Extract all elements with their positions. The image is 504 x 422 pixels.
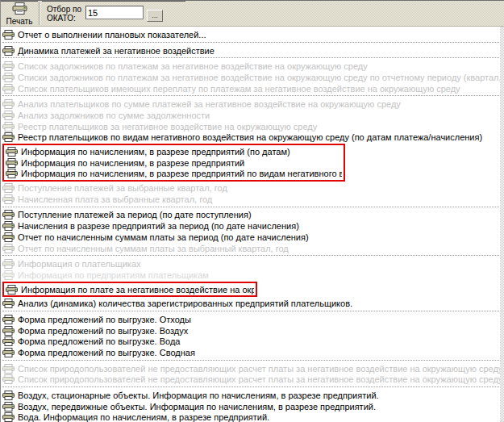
- printer-icon: [2, 122, 15, 132]
- report-item-label: Информация по начислениям, в разрезе пре…: [21, 169, 342, 178]
- report-item-label: Воздух, передвижные объекты. Информация …: [18, 402, 376, 412]
- report-item-label: Начисления в разрезе предприятий за пери…: [18, 221, 299, 231]
- printer-icon: [2, 99, 15, 109]
- highlight-box: Информация по начислениям, в разрезе пре…: [2, 144, 345, 182]
- report-item-label: Анализ плательщиков по сумме платежей за…: [18, 99, 401, 109]
- printer-icon: [2, 73, 15, 82]
- report-item: Список природопользователей не предостав…: [2, 363, 504, 374]
- report-item[interactable]: Начисления в разрезе предприятий за пери…: [2, 220, 504, 232]
- report-item[interactable]: Форма предложений по выгрузке. Вода: [2, 336, 504, 348]
- okato-filter-panel: Отбор по ОКАТО: ...: [42, 1, 185, 26]
- report-item: Анализ задолжников по сумме задолженност…: [2, 110, 504, 121]
- printer-icon: [2, 30, 15, 40]
- report-item[interactable]: Анализ (динамика) количества зарегистрир…: [2, 298, 504, 309]
- printer-icon: [2, 315, 15, 324]
- report-item-label: Вода. Информация по начислениям, в разре…: [18, 412, 269, 422]
- report-item-label: Отчет о выполнении плановых показателей.…: [18, 30, 206, 40]
- print-button[interactable]: Печать: [1, 1, 38, 26]
- printer-icon: [2, 210, 15, 219]
- window-right-edge: [500, 27, 504, 422]
- report-item-label: Отчет по начисленным суммам платы за пер…: [18, 232, 309, 242]
- report-item-label: Список плательщиков имеющих переплату по…: [18, 84, 460, 94]
- report-item-label: Список задолжников по платежам за негати…: [18, 61, 368, 71]
- report-item[interactable]: Реестр плательщиков по видам негативного…: [2, 132, 504, 144]
- report-item[interactable]: Динамика платежей за негативное воздейст…: [2, 45, 504, 56]
- report-item-label: Реестр плательщиков по видам негативного…: [18, 132, 482, 142]
- group-separator: [2, 56, 504, 61]
- report-item[interactable]: Воздух, передвижные объекты. Информация …: [2, 401, 504, 412]
- report-item: Анализ плательщиков по сумме платежей за…: [2, 98, 504, 110]
- report-item-label: Список природопользователей не предостав…: [18, 374, 504, 384]
- printer-icon: [2, 326, 15, 336]
- report-item-label: Динамика платежей за негативное воздейст…: [18, 46, 215, 56]
- report-item[interactable]: Информация по начислениям, в разрезе пре…: [6, 157, 342, 169]
- report-item-label: Информация по начислениям, в разрезе пре…: [21, 158, 244, 168]
- printer-icon: [2, 348, 15, 357]
- report-picker-window: Печать Отбор по ОКАТО: ... Отчет о выпол…: [0, 0, 504, 422]
- report-item: Начисленная плата за выбранные квартал, …: [2, 194, 504, 205]
- report-item-label: Поступление платежей за период (по дате …: [18, 210, 252, 219]
- report-item[interactable]: Информация по начислениям, в разрезе пре…: [6, 146, 342, 157]
- printer-icon: [2, 374, 15, 384]
- report-item[interactable]: Воздух, стационарные объекты. Информация…: [2, 390, 504, 401]
- printer-icon: [6, 169, 18, 178]
- report-item: Отчет по начисленным суммам платы за выб…: [2, 243, 504, 254]
- report-item-label: Форма предложений по выгрузке. Отходы: [18, 315, 191, 324]
- report-item[interactable]: Отчет о выполнении плановых показателей.…: [2, 29, 504, 40]
- group-separator: [2, 309, 504, 314]
- report-item: Список природопользователей не предостав…: [2, 374, 504, 386]
- printer-icon: [2, 270, 15, 280]
- report-item-label: Анализ задолжников по сумме задолженност…: [18, 111, 210, 120]
- toolbar-separator: [39, 2, 40, 25]
- report-item: Реестр плательщиков за негативное воздей…: [2, 121, 504, 132]
- report-item-label: Форма предложений по выгрузке. Вода: [18, 336, 180, 346]
- report-item-label: Список природопользователей не предостав…: [18, 364, 502, 374]
- report-item[interactable]: Информация по начислениям, в разрезе пре…: [6, 169, 342, 180]
- printer-icon: [6, 285, 18, 295]
- report-item-label: Поступление платежей за выбранные кварта…: [18, 183, 227, 193]
- printer-icon: [2, 299, 15, 308]
- printer-icon: [2, 61, 15, 71]
- report-item-label: Форма предложений по выгрузке. Воздух: [18, 326, 188, 336]
- report-list: Отчет о выполнении плановых показателей.…: [1, 27, 504, 422]
- report-item-label: Списки задолжников по платежам за негати…: [18, 73, 504, 82]
- okato-input[interactable]: [85, 6, 144, 19]
- report-item-label: Информация по начислениям, в разрезе пре…: [21, 147, 290, 157]
- printer-icon: [2, 232, 15, 242]
- printer-icon: [2, 84, 15, 94]
- printer-icon: [2, 111, 15, 120]
- report-item[interactable]: Поступление платежей за период (по дате …: [2, 210, 504, 221]
- report-item-label: Анализ (динамика) количества зарегистрир…: [18, 299, 352, 308]
- printer-icon: [2, 183, 15, 193]
- printer-icon: [12, 2, 27, 17]
- group-separator: [2, 94, 504, 98]
- report-item[interactable]: Форма предложений по выгрузке. Сводная: [2, 347, 504, 358]
- printer-icon: [2, 194, 15, 204]
- report-item[interactable]: Форма предложений по выгрузке. Отходы: [2, 314, 504, 325]
- printer-icon: [2, 336, 15, 346]
- toolbar: Печать Отбор по ОКАТО: ...: [1, 1, 504, 27]
- printer-icon: [2, 221, 15, 231]
- report-item-label: Информация о плательщиках: [18, 259, 141, 269]
- group-separator: [2, 205, 504, 210]
- report-item-label: Реестр плательщиков за негативное воздей…: [18, 122, 317, 132]
- report-item[interactable]: Отчет по начисленным суммам платы за пер…: [2, 232, 504, 243]
- group-separator: [2, 358, 504, 363]
- report-item[interactable]: Информация по плате за негативное воздей…: [6, 284, 254, 295]
- report-item-label: Информация по предприятиям плательщикам: [18, 270, 209, 280]
- printer-icon: [2, 402, 15, 412]
- printer-icon: [6, 147, 18, 157]
- report-item-label: Форма предложений по выгрузке. Сводная: [18, 348, 195, 357]
- report-item[interactable]: Форма предложений по выгрузке. Воздух: [2, 325, 504, 336]
- report-item: Информация о плательщиках: [2, 258, 504, 269]
- printer-icon: [2, 364, 15, 374]
- report-item: Список плательщиков имеющих переплату по…: [2, 83, 504, 94]
- printer-icon: [2, 259, 15, 269]
- report-item: Поступление платежей за выбранные кварта…: [2, 182, 504, 194]
- okato-browse-button[interactable]: ...: [147, 10, 163, 22]
- report-item[interactable]: Вода. Информация по начислениям, в разре…: [2, 412, 504, 422]
- report-item: Списки задолжников по платежам за негати…: [2, 72, 504, 83]
- printer-icon: [2, 132, 15, 142]
- report-item: Информация по предприятиям плательщикам: [2, 269, 504, 281]
- group-separator: [2, 253, 504, 258]
